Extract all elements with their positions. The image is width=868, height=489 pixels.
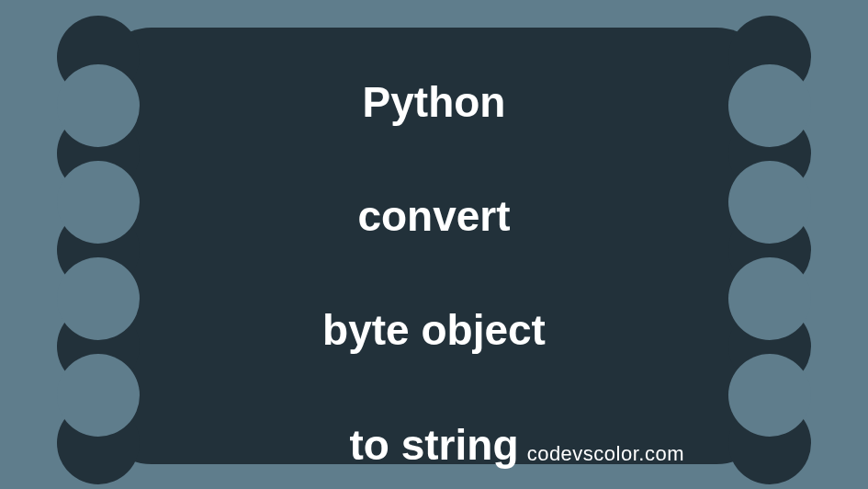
right-wave-in [728,354,811,437]
title-text: Python convert byte object to string [322,17,546,473]
left-wave-in [57,64,140,147]
left-wave-in [57,257,140,340]
title-line: to string [350,420,519,468]
footer-site: codevscolor.com [527,442,684,466]
right-wave-in [728,64,811,147]
title-line: byte object [322,306,546,354]
title-line: Python [363,78,506,126]
left-wave-in [57,354,140,437]
right-wave-in [728,257,811,340]
title-line: convert [357,192,510,240]
right-wave-in [728,161,811,244]
left-wave-in [57,161,140,244]
